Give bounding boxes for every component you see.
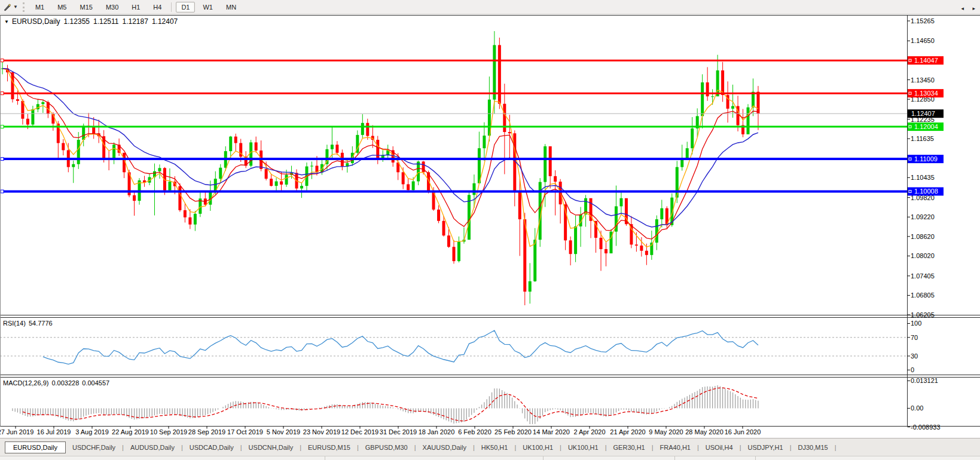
bull-candle xyxy=(544,146,547,182)
price-badge-label: 1.10008 xyxy=(914,188,938,195)
date-tick-label: 6 Feb 2020 xyxy=(458,428,491,436)
chart-tab-xauusd-daily[interactable]: XAUUSD,Daily xyxy=(416,442,473,453)
bull-candle xyxy=(701,82,704,116)
chart-tab-fra40-h1[interactable]: FRA40,H1 xyxy=(654,442,697,453)
macd-tick-label: -0.008933 xyxy=(911,424,941,431)
chevron-down-icon[interactable]: ▼ xyxy=(13,4,18,10)
date-tick-label: 14 Mar 2020 xyxy=(533,428,570,436)
date-tick-label: 16 Jul 2019 xyxy=(37,428,71,436)
ohlc-close: 1.12407 xyxy=(152,17,178,26)
cursor-tool-icon[interactable] xyxy=(2,2,13,13)
bull-candle xyxy=(249,142,252,165)
chart-tab-uk100-h1[interactable]: UK100,H1 xyxy=(516,442,560,453)
date-tick-label: 28 May 2020 xyxy=(685,428,723,436)
bear-candle xyxy=(518,192,521,219)
bull-candle xyxy=(457,242,460,262)
date-tick-label: 17 Oct 2019 xyxy=(227,428,263,436)
chart-svg[interactable]: 1.152651.146501.134501.128501.122351.116… xyxy=(0,0,980,460)
bear-candle xyxy=(600,238,603,249)
timeframe-button-mn[interactable]: MN xyxy=(221,2,242,13)
date-tick-label: 10 Sep 2019 xyxy=(150,428,187,436)
chart-tab-usdjpy-h1[interactable]: USDJPY,H1 xyxy=(741,442,790,453)
bull-candle xyxy=(331,145,334,149)
timeframe-button-w1[interactable]: W1 xyxy=(197,2,218,13)
bear-candle xyxy=(133,195,136,201)
price-tick-label: 1.08020 xyxy=(911,252,935,259)
date-tick-label: 3 Aug 2019 xyxy=(75,428,109,436)
chart-tab-ger30-h1[interactable]: GER30,H1 xyxy=(607,442,652,453)
status-divider xyxy=(755,456,756,460)
chart-tab-dj30-m15[interactable]: DJ30,M15 xyxy=(792,442,835,453)
level-handle[interactable] xyxy=(1,59,4,62)
chart-tab-usdcnh-daily[interactable]: USDCNH,Daily xyxy=(242,442,300,453)
bear-candle xyxy=(447,235,450,247)
price-tick-label: 1.07405 xyxy=(911,272,935,280)
date-tick-label: 25 Feb 2020 xyxy=(494,428,532,436)
macd-tick-label: 0.013121 xyxy=(911,377,938,384)
date-tick-label: 9 May 2020 xyxy=(649,428,683,436)
bear-candle xyxy=(569,240,572,254)
timeframe-button-h4[interactable]: H4 xyxy=(148,2,167,13)
price-tick-label: 1.14650 xyxy=(911,37,935,44)
chart-title: ▼EURUSD,Daily1.123551.125111.121871.1240… xyxy=(4,17,181,26)
bear-candle xyxy=(178,186,181,210)
bear-candle xyxy=(605,249,607,253)
bull-candle xyxy=(472,183,475,195)
bear-candle xyxy=(498,45,501,103)
timeframe-button-m5[interactable]: M5 xyxy=(52,2,72,13)
bear-candle xyxy=(407,184,410,190)
timeframe-button-h1[interactable]: H1 xyxy=(126,2,145,13)
bull-candle xyxy=(619,198,622,207)
bull-candle xyxy=(325,149,328,164)
chart-tab-uk100-h1[interactable]: UK100,H1 xyxy=(561,442,605,453)
bull-candle xyxy=(310,165,313,166)
bear-candle xyxy=(26,119,29,125)
chart-tab-usdchf-daily[interactable]: USDCHF,Daily xyxy=(66,442,122,453)
bull-candle xyxy=(483,136,486,148)
status-bar xyxy=(0,456,980,460)
tab-scroll-right[interactable]: ▸ xyxy=(972,5,975,11)
macd-signal-value: 0.004557 xyxy=(82,379,109,387)
bull-candle xyxy=(417,161,420,181)
bull-candle xyxy=(194,214,197,225)
bear-candle xyxy=(635,244,638,246)
ohlc-low: 1.12187 xyxy=(123,17,148,26)
timeframe-button-d1[interactable]: D1 xyxy=(176,2,195,13)
bull-candle xyxy=(747,108,750,134)
bull-candle xyxy=(285,175,288,185)
chart-tab-gbpusd-m30[interactable]: GBPUSD,M30 xyxy=(359,442,414,453)
timeframe-button-m1[interactable]: M1 xyxy=(30,2,50,13)
bear-candle xyxy=(503,104,506,132)
chart-tab-usoil-h4[interactable]: USOil,H4 xyxy=(699,442,740,453)
timeframe-button-m15[interactable]: M15 xyxy=(74,2,97,13)
macd-label: MACD(12,26,9)0.0032280.004557 xyxy=(3,379,112,387)
level-handle[interactable] xyxy=(1,92,4,95)
price-tick-label: 1.06805 xyxy=(911,292,935,299)
bear-candle xyxy=(335,145,338,153)
bear-candle xyxy=(184,210,187,217)
level-handle[interactable] xyxy=(1,190,4,193)
bull-candle xyxy=(660,208,663,219)
toolbar: ▼ M1M5M15M30H1H4D1W1MN xyxy=(0,0,980,14)
cursor-tool-glyph xyxy=(3,3,11,11)
level-handle[interactable] xyxy=(1,125,4,128)
toolbar-grip xyxy=(23,2,25,12)
bear-candle xyxy=(706,82,709,96)
chart-tab-eurusd-daily[interactable]: EURUSD,Daily xyxy=(5,441,66,453)
tab-scroll-left[interactable]: ◂ xyxy=(961,5,964,11)
chart-tab-eurusd-m15[interactable]: EURUSD,M15 xyxy=(301,442,357,453)
timeframe-button-m30[interactable]: M30 xyxy=(100,2,124,13)
price-badge-label: 1.11009 xyxy=(914,155,938,162)
chart-tab-audusd-daily[interactable]: AUDUSD,Daily xyxy=(124,442,181,453)
chart-tab-hk50-h1[interactable]: HK50,H1 xyxy=(475,442,515,453)
rsi-tick-label: 0 xyxy=(911,366,914,373)
collapse-triangle-icon[interactable]: ▼ xyxy=(4,19,9,24)
chart-tab-usdcad-daily[interactable]: USDCAD,Daily xyxy=(183,442,240,453)
bull-candle xyxy=(72,164,75,167)
date-tick-label: 12 Dec 2019 xyxy=(341,428,378,436)
bear-candle xyxy=(402,172,405,184)
date-tick-label: 21 Apr 2020 xyxy=(610,428,645,436)
level-handle[interactable] xyxy=(1,158,4,161)
bull-candle xyxy=(493,45,496,99)
toolbar-separator xyxy=(171,2,172,12)
